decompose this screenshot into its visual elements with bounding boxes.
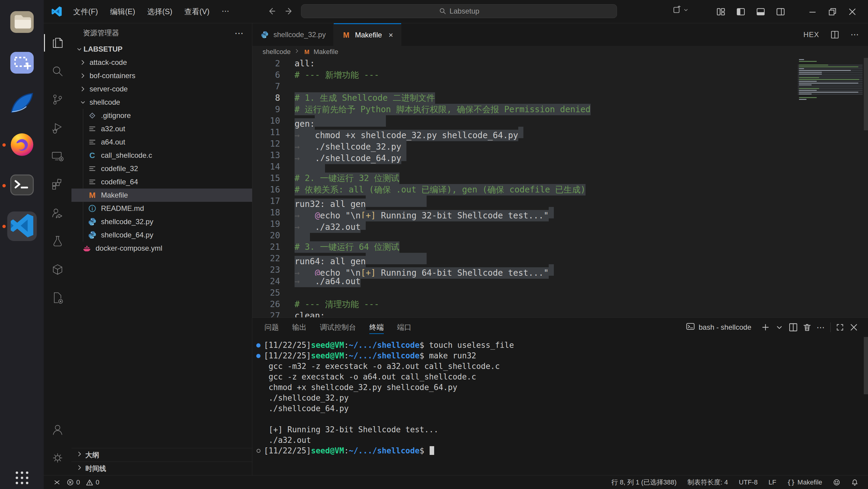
- dock-item-terminal[interactable]: [7, 171, 37, 200]
- breadcrumb-item[interactable]: shellcode: [262, 48, 291, 56]
- hex-action-button[interactable]: HEX: [804, 30, 819, 39]
- chevron-down-button[interactable]: [772, 320, 786, 334]
- split-editor-button[interactable]: [827, 27, 843, 42]
- tree-item-shellcode[interactable]: shellcode: [71, 96, 252, 109]
- menu-item-0[interactable]: 文件(F): [68, 4, 103, 19]
- panel-tab-输出[interactable]: 输出: [292, 318, 307, 337]
- tree-item-attack-code[interactable]: attack-code: [71, 56, 252, 69]
- activity-search-button[interactable]: [44, 57, 71, 85]
- terminal[interactable]: [11/22/25]seed@VM:~/.../shellcode$ touch…: [252, 337, 868, 475]
- tree-item-server-code[interactable]: server-code: [71, 82, 252, 96]
- menu-item-1[interactable]: 编辑(E): [105, 4, 140, 19]
- activity-testing-button[interactable]: [44, 227, 71, 256]
- status-text-r-0[interactable]: 行 8, 列 1 (已选择388): [609, 476, 680, 489]
- status-braces[interactable]: {}Makefile: [784, 476, 825, 489]
- editor-scrollbar[interactable]: [864, 58, 868, 130]
- panel-tab-问题[interactable]: 问题: [265, 318, 279, 337]
- editor-more-actions-button[interactable]: ⋯: [850, 30, 860, 39]
- terminal-scrollbar[interactable]: [864, 337, 868, 394]
- forward-button[interactable]: [284, 6, 294, 17]
- sidebar-section-0[interactable]: 大纲: [71, 448, 252, 462]
- selection-trail: [366, 253, 427, 264]
- activity-live-share-button[interactable]: [44, 199, 71, 227]
- menu-item-4[interactable]: ⋯: [217, 4, 234, 19]
- line-content: # 2. 一键运行 32 位测试: [294, 173, 400, 184]
- activity-explorer-button[interactable]: [44, 29, 71, 57]
- tree-item-codefile-64[interactable]: codefile_64: [71, 175, 252, 189]
- panel-tab-调试控制台[interactable]: 调试控制台: [320, 318, 356, 337]
- panel-right-toggle-button[interactable]: [773, 4, 788, 20]
- line-content: →./a32.out: [294, 219, 366, 230]
- status-error[interactable]: 0: [64, 476, 83, 489]
- dock-item-wireshark[interactable]: [7, 89, 37, 119]
- activity-docker-button[interactable]: [44, 256, 71, 284]
- panel-tab-终端[interactable]: 终端: [369, 318, 384, 337]
- tree-item-codefile-32[interactable]: codefile_32: [71, 162, 252, 175]
- close-button[interactable]: [844, 4, 860, 20]
- tree-item-call-shellcode-c[interactable]: Ccall_shellcode.c: [71, 149, 252, 162]
- tree-item-shellcode-64-py[interactable]: shellcode_64.py: [71, 228, 252, 242]
- more-button[interactable]: ⋯: [814, 320, 828, 334]
- activity-accounts-button[interactable]: [44, 415, 71, 444]
- trash-button[interactable]: [800, 320, 814, 334]
- tree-item--gitignore[interactable]: .gitignore: [71, 109, 252, 122]
- back-button[interactable]: [267, 6, 276, 17]
- line-number: 6: [252, 69, 280, 81]
- split-button[interactable]: [786, 320, 800, 334]
- line-number: 26: [252, 299, 280, 310]
- panel-bottom-toggle-button[interactable]: [753, 4, 769, 20]
- status-warning[interactable]: 0: [83, 476, 102, 489]
- new-window-button[interactable]: [672, 5, 689, 16]
- close-tab-icon[interactable]: ×: [389, 30, 393, 40]
- restore-button[interactable]: [825, 4, 840, 20]
- tab-shellcode-32-py[interactable]: shellcode_32.py: [252, 23, 334, 46]
- line-number: 8: [252, 92, 280, 104]
- tab-makefile[interactable]: MMakefile×: [334, 23, 401, 46]
- line-number: 17: [252, 196, 280, 207]
- minimap[interactable]: [798, 59, 863, 101]
- activity-manage-button[interactable]: [44, 444, 71, 472]
- lines-file-icon: [87, 177, 97, 187]
- tree-item-a32-out[interactable]: a32.out: [71, 122, 252, 136]
- status-text-r-2[interactable]: UTF-8: [736, 476, 761, 489]
- sidebar-header: 资源管理器 ⋯: [71, 23, 252, 42]
- minimap-line: [798, 95, 863, 96]
- menu-item-3[interactable]: 查看(V): [180, 4, 214, 19]
- tree-item-shellcode-32-py[interactable]: shellcode_32.py: [71, 215, 252, 228]
- tree-item-a64-out[interactable]: a64.out: [71, 136, 252, 149]
- status-remote-indicator[interactable]: [50, 476, 64, 489]
- tree-item-docker-compose-yml[interactable]: docker-compose.yml: [71, 242, 252, 255]
- status-text-r-3[interactable]: LF: [766, 476, 779, 489]
- status-text-r-1[interactable]: 制表符长度: 4: [684, 476, 731, 489]
- panel-left-toggle-button[interactable]: [733, 4, 749, 20]
- dock-item-vscode[interactable]: [7, 211, 37, 241]
- terminal-session[interactable]: bash - shellcode: [686, 322, 751, 333]
- tree-root-labsetup[interactable]: LABSETUP: [71, 42, 252, 56]
- minimize-button[interactable]: [805, 4, 820, 20]
- activity-extensions-button[interactable]: [44, 170, 71, 199]
- plus-button[interactable]: [758, 320, 772, 334]
- tree-item-bof-containers[interactable]: bof-containers: [71, 69, 252, 82]
- dock-item-screenshot[interactable]: [7, 49, 37, 78]
- activity-dev-containers-button[interactable]: [44, 284, 71, 312]
- explorer-more-actions-button[interactable]: ⋯: [235, 28, 244, 38]
- menu-item-2[interactable]: 选择(S): [142, 4, 177, 19]
- sidebar-section-1[interactable]: 时间线: [71, 462, 252, 475]
- breadcrumb-item[interactable]: Makefile: [314, 48, 338, 56]
- activity-remote-explorer-button[interactable]: [44, 142, 71, 170]
- command-center-search[interactable]: Labsetup: [301, 4, 617, 18]
- status-bell[interactable]: [848, 476, 861, 489]
- close-button[interactable]: [847, 320, 861, 334]
- activity-run-and-debug-button[interactable]: [44, 114, 71, 142]
- activity-source-control-button[interactable]: [44, 85, 71, 114]
- status-feedback[interactable]: [830, 476, 843, 489]
- layout-grid-toggle-button[interactable]: [713, 4, 729, 20]
- dock-item-files[interactable]: [7, 8, 37, 37]
- panel-tab-端口[interactable]: 端口: [397, 318, 411, 337]
- show-applications-button[interactable]: [0, 471, 44, 484]
- maximize-button[interactable]: [833, 320, 847, 334]
- tree-item-readme-md[interactable]: README.md: [71, 202, 252, 215]
- dock-item-firefox[interactable]: [7, 130, 37, 160]
- tree-item-makefile[interactable]: MMakefile: [71, 189, 252, 202]
- code-editor[interactable]: 2all:6# --- 新增功能 ---78# 1. 生成 Shellcode …: [252, 58, 868, 317]
